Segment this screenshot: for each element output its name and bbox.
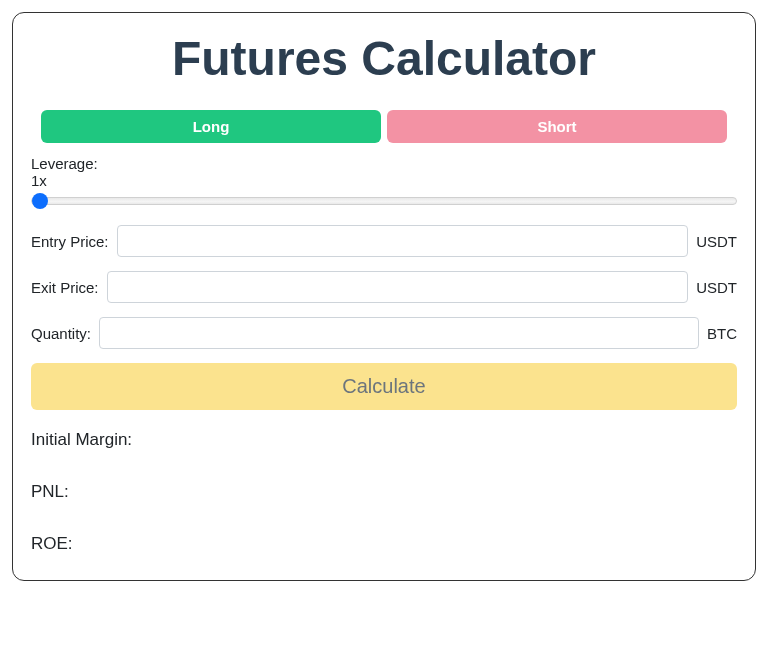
- short-button[interactable]: Short: [387, 110, 727, 143]
- long-button[interactable]: Long: [41, 110, 381, 143]
- entry-price-unit: USDT: [696, 233, 737, 250]
- page-title: Futures Calculator: [31, 31, 737, 86]
- position-toggle-group: Long Short: [31, 110, 737, 143]
- entry-price-row: Entry Price: USDT: [31, 225, 737, 257]
- calculate-button[interactable]: Calculate: [31, 363, 737, 410]
- entry-price-input[interactable]: [117, 225, 689, 257]
- roe-result: ROE:: [31, 534, 737, 554]
- leverage-slider[interactable]: [31, 197, 737, 205]
- leverage-value: 1x: [31, 172, 737, 189]
- quantity-input[interactable]: [99, 317, 699, 349]
- exit-price-row: Exit Price: USDT: [31, 271, 737, 303]
- initial-margin-result: Initial Margin:: [31, 430, 737, 450]
- quantity-label: Quantity:: [31, 325, 91, 342]
- roe-label: ROE:: [31, 534, 73, 553]
- quantity-row: Quantity: BTC: [31, 317, 737, 349]
- exit-price-input[interactable]: [107, 271, 689, 303]
- pnl-label: PNL:: [31, 482, 69, 501]
- leverage-section: Leverage: 1x: [31, 155, 737, 211]
- exit-price-label: Exit Price:: [31, 279, 99, 296]
- calculator-container: Futures Calculator Long Short Leverage: …: [12, 12, 756, 581]
- pnl-result: PNL:: [31, 482, 737, 502]
- quantity-unit: BTC: [707, 325, 737, 342]
- exit-price-unit: USDT: [696, 279, 737, 296]
- entry-price-label: Entry Price:: [31, 233, 109, 250]
- initial-margin-label: Initial Margin:: [31, 430, 132, 449]
- leverage-label: Leverage:: [31, 155, 737, 172]
